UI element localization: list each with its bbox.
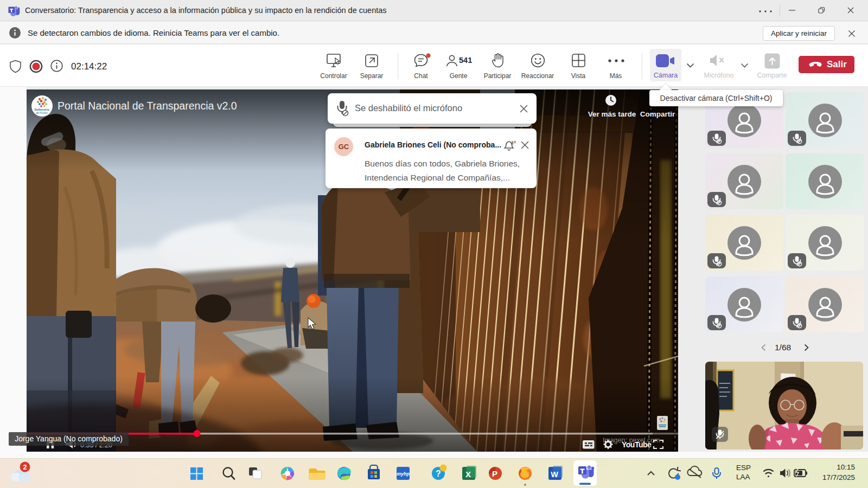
svg-text:P: P (492, 469, 497, 478)
svg-text:?: ? (436, 469, 441, 478)
svg-text:10:15: 10:15 (837, 463, 855, 471)
svg-text:LAA: LAA (736, 473, 750, 481)
svg-text:X: X (465, 470, 471, 479)
svg-text:17/7/2025: 17/7/2025 (822, 473, 855, 481)
svg-text:2: 2 (23, 464, 27, 471)
svg-text:W: W (551, 470, 558, 479)
svg-text:z: z (514, 140, 516, 144)
svg-text:myhp: myhp (397, 471, 410, 477)
svg-text:ESP: ESP (736, 464, 751, 472)
